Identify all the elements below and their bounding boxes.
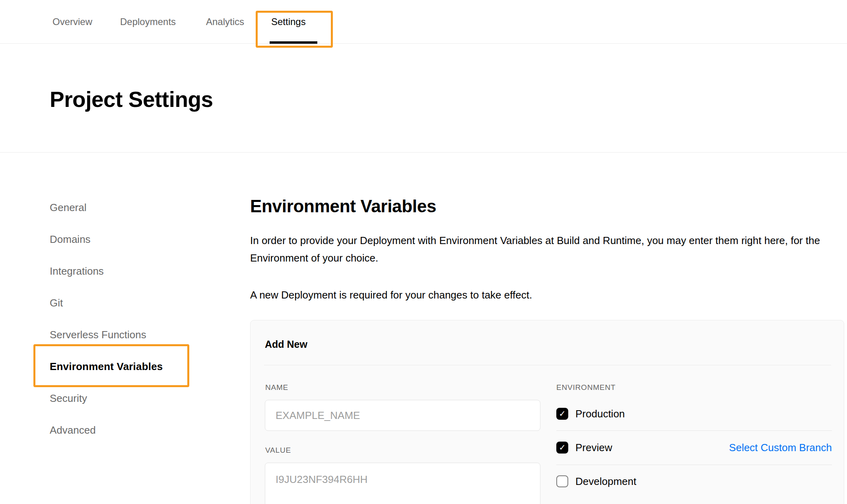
section-title: Environment Variables — [250, 196, 436, 216]
preview-checkbox-label: Preview — [575, 442, 612, 454]
tab-analytics[interactable]: Analytics — [206, 0, 244, 44]
tab-overview[interactable]: Overview — [52, 0, 92, 44]
active-tab-indicator — [270, 41, 317, 44]
sidebar-item-integrations[interactable]: Integrations — [50, 255, 181, 287]
environment-row-development: Development — [556, 473, 832, 489]
sidebar-item-git[interactable]: Git — [50, 287, 181, 319]
project-settings-page: Overview Deployments Analytics Settings … — [0, 0, 847, 504]
sidebar-item-environment-variables[interactable]: Environment Variables — [50, 351, 181, 382]
environment-label: ENVIRONMENT — [556, 383, 616, 392]
environment-row-production: ✓ Production — [556, 406, 832, 422]
production-checkbox-label: Production — [575, 408, 625, 420]
environment-divider — [556, 465, 832, 465]
development-checkbox[interactable] — [556, 475, 568, 487]
environment-row-preview: ✓ Preview Select Custom Branch — [556, 440, 832, 456]
name-input[interactable] — [265, 400, 540, 431]
preview-checkbox[interactable]: ✓ — [556, 442, 568, 454]
check-icon: ✓ — [559, 409, 566, 418]
deployment-note: A new Deployment is required for your ch… — [250, 286, 829, 304]
value-label: VALUE — [265, 446, 291, 455]
environment-divider — [556, 430, 832, 431]
tab-deployments[interactable]: Deployments — [120, 0, 176, 44]
sidebar-item-serverless-functions[interactable]: Serverless Functions — [50, 319, 181, 351]
add-new-card: Add New NAME VALUE ENVIRONMENT ✓ Product… — [250, 320, 844, 504]
page-title: Project Settings — [50, 87, 213, 112]
sidebar-item-general[interactable]: General — [50, 192, 181, 223]
name-label: NAME — [265, 383, 288, 392]
top-navigation: Overview Deployments Analytics Settings — [0, 0, 847, 44]
development-checkbox-label: Development — [575, 475, 636, 488]
check-icon: ✓ — [559, 443, 566, 452]
production-checkbox[interactable]: ✓ — [556, 408, 568, 420]
sidebar-item-security[interactable]: Security — [50, 382, 181, 414]
sidebar-item-domains[interactable]: Domains — [50, 223, 181, 255]
select-custom-branch-link[interactable]: Select Custom Branch — [729, 442, 832, 454]
page-header: Project Settings — [0, 44, 847, 153]
settings-sidebar: General Domains Integrations Git Serverl… — [50, 192, 181, 446]
card-title: Add New — [265, 339, 307, 350]
tab-settings[interactable]: Settings — [271, 0, 306, 44]
value-input[interactable] — [265, 463, 540, 504]
card-divider — [264, 365, 831, 365]
section-description: In order to provide your Deployment with… — [250, 232, 829, 267]
sidebar-item-advanced[interactable]: Advanced — [50, 414, 181, 446]
